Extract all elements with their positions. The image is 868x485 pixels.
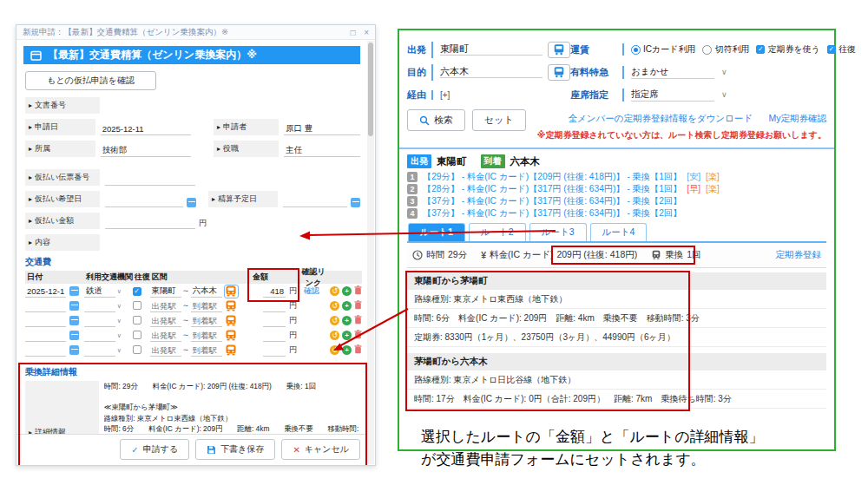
delete-row-icon[interactable] (354, 285, 362, 297)
chevron-down-icon[interactable]: ∨ (117, 318, 122, 324)
add-row-icon[interactable]: + (342, 286, 352, 296)
express-select[interactable]: おまかせ (631, 66, 714, 79)
fare-ticket-radio[interactable]: 切符利用 (702, 43, 749, 56)
calendar-picker-icon[interactable] (69, 316, 79, 325)
route-search-icon[interactable] (225, 315, 238, 327)
row-mode-select[interactable] (84, 344, 115, 357)
row-to-field[interactable] (191, 315, 222, 327)
row-mode-select[interactable] (84, 285, 115, 298)
route-search-icon[interactable] (225, 344, 238, 357)
chevron-down-icon[interactable]: ∨ (721, 90, 727, 99)
submit-button[interactable]: ✓申請する (120, 439, 189, 460)
cancel-button[interactable]: ✕キャンセル (281, 439, 360, 460)
row-amount-field[interactable] (263, 300, 286, 312)
row-date-field[interactable] (25, 285, 66, 298)
window-restore-icon[interactable]: □ (350, 28, 355, 37)
row-date-field[interactable] (25, 344, 66, 357)
row-mode-select[interactable] (84, 300, 115, 312)
row-to-field[interactable] (191, 300, 222, 312)
chevron-down-icon[interactable]: ∨ (117, 303, 122, 310)
calendar-picker-icon[interactable] (69, 345, 79, 355)
reset-row-icon[interactable]: ↺ (330, 345, 339, 355)
tab-route-2[interactable]: ルート2 (469, 223, 526, 241)
advance-slip-field[interactable] (105, 174, 195, 186)
roundtrip-checkbox[interactable] (133, 316, 141, 324)
check-advance-request-button[interactable]: もとの仮払申請を確認 (25, 71, 156, 90)
post-field[interactable] (284, 145, 360, 157)
calendar-picker-icon[interactable] (187, 198, 196, 207)
reset-row-icon[interactable]: ↺ (330, 286, 339, 296)
delete-row-icon[interactable] (354, 300, 362, 311)
row-from-field[interactable] (150, 285, 181, 298)
delete-row-icon[interactable] (354, 330, 362, 341)
advance-amount-field[interactable] (105, 217, 195, 229)
row-from-field[interactable] (150, 300, 181, 312)
scrollbar[interactable] (367, 41, 374, 464)
row-date-field[interactable] (25, 315, 66, 327)
fare-ic-radio[interactable]: ICカード利用 (631, 43, 695, 56)
route-option-4[interactable]: 4 【37分】 - 料金(IC カード)【317円 (往復: 634円)】 - … (407, 207, 826, 219)
search-button[interactable]: 検索 (407, 109, 465, 131)
chevron-down-icon[interactable]: ∨ (117, 288, 122, 295)
calendar-picker-icon[interactable] (69, 331, 79, 340)
calendar-picker-icon[interactable] (69, 286, 79, 296)
roundtrip-checkbox[interactable] (133, 301, 141, 310)
add-via-button[interactable]: [+] (440, 90, 450, 100)
route-option-2[interactable]: 2 【28分】 - 料金(IC カード)【317円 (往復: 634円)】 - … (407, 183, 826, 194)
row-mode-select[interactable] (84, 330, 115, 342)
seat-select[interactable]: 指定席 (631, 88, 714, 102)
route-option-3[interactable]: 3 【37分】 - 料金(IC カード)【317円 (往復: 634円)】 - … (407, 195, 826, 206)
route-search-icon[interactable] (225, 285, 238, 298)
row-mode-select[interactable] (84, 315, 115, 327)
row-date-field[interactable] (25, 330, 66, 342)
tab-route-3[interactable]: ルート3 (529, 223, 587, 241)
reset-row-icon[interactable]: ↺ (330, 301, 339, 311)
add-row-icon[interactable]: + (342, 316, 352, 325)
tab-route-1[interactable]: ルート1 (408, 223, 465, 241)
depart-station-input[interactable] (440, 44, 542, 56)
route-search-icon[interactable] (225, 300, 238, 312)
confirm-link[interactable]: 確認 (304, 286, 319, 295)
chevron-down-icon[interactable]: ∨ (117, 332, 122, 339)
window-close-icon[interactable]: × (364, 28, 369, 37)
delete-row-icon[interactable] (354, 344, 362, 356)
roundtrip-checkbox[interactable]: ✓往復 (827, 43, 856, 56)
dept-field[interactable] (101, 145, 191, 157)
add-row-icon[interactable]: + (342, 331, 352, 340)
row-amount-field[interactable] (263, 285, 286, 298)
roundtrip-checkbox[interactable] (133, 345, 141, 354)
add-row-icon[interactable]: + (342, 345, 352, 355)
delete-row-icon[interactable] (354, 315, 362, 326)
register-pass-link[interactable]: 定期券登録 (776, 249, 822, 261)
my-pass-link[interactable]: My定期券確認 (769, 113, 827, 123)
station-search-bus-icon[interactable] (548, 64, 570, 81)
roundtrip-checkbox[interactable] (133, 331, 141, 339)
row-from-field[interactable] (150, 315, 181, 327)
tab-route-4[interactable]: ルート4 (590, 223, 648, 241)
chevron-down-icon[interactable]: ∨ (721, 68, 727, 76)
scrollbar-thumb[interactable] (368, 43, 373, 136)
settle-date-field[interactable] (283, 195, 347, 207)
row-amount-field[interactable] (263, 315, 286, 327)
route-option-1[interactable]: 1 【29分】 - 料金(IC カード)【209円 (往復: 418円)】 - … (407, 171, 826, 182)
destination-station-input[interactable] (440, 67, 542, 78)
calendar-picker-icon[interactable] (351, 198, 360, 207)
roundtrip-checkbox[interactable]: ✓ (133, 287, 141, 296)
station-search-bus-icon[interactable] (548, 42, 570, 58)
route-search-icon[interactable] (225, 330, 238, 342)
reset-row-icon[interactable]: ↺ (330, 331, 339, 340)
row-to-field[interactable] (191, 344, 222, 357)
row-to-field[interactable] (191, 330, 222, 342)
row-to-field[interactable] (191, 285, 222, 298)
reset-row-icon[interactable]: ↺ (330, 316, 339, 325)
row-amount-field[interactable] (263, 330, 286, 342)
chevron-down-icon[interactable]: ∨ (117, 347, 122, 354)
row-from-field[interactable] (150, 344, 181, 357)
calendar-picker-icon[interactable] (69, 301, 79, 311)
apply-date-field[interactable] (101, 123, 191, 135)
advance-date-field[interactable] (105, 195, 183, 207)
add-row-icon[interactable]: + (342, 301, 352, 311)
set-button[interactable]: セット (472, 109, 526, 131)
row-from-field[interactable] (150, 330, 181, 342)
use-pass-checkbox[interactable]: ✓定期券を使う (756, 43, 819, 56)
